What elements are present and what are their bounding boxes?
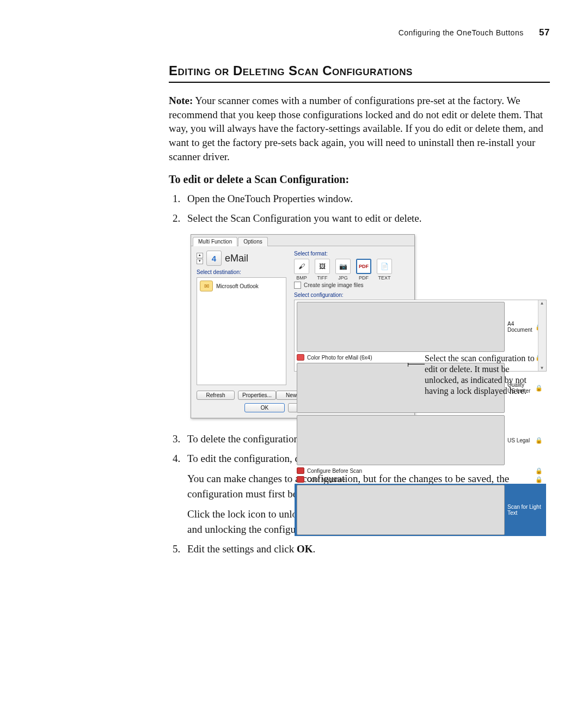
scroll-down-icon[interactable]: ▼ [540,366,544,370]
format-icons: 🖌BMP 🖼TIFF 📷JPG PDFPDF 📄TEXT [294,259,547,281]
scroll-up-icon[interactable]: ▲ [540,301,544,306]
button-selector-row: ▴ ▾ 4 eMail [197,251,286,266]
section-title: Editing or Deleting Scan Configurations [169,63,550,78]
cfg-color-magazine[interactable]: Color Magazine🔒 [295,475,546,484]
chevron-up-icon[interactable]: ▴ [197,253,203,258]
cfg-configure-before-scan[interactable]: Configure Before Scan🔒 [295,466,546,475]
format-tiff[interactable]: 🖼TIFF [315,259,330,281]
callout-leader [408,364,425,364]
button-number-icon: 4 [206,251,222,266]
onetouch-dialog: Multi Function Options ▴ ▾ 4 eMail [191,234,415,418]
destination-list[interactable]: ✉ Microsoft Outlook [197,277,286,385]
cfg-label-text: Color Magazine [307,477,345,483]
checkbox-icon[interactable] [294,282,301,289]
lock-icon: 🔒 [535,437,543,443]
cfg-label-text: Configure Before Scan [307,468,362,474]
dialog-body: ▴ ▾ 4 eMail Select destination: ✉ Micros… [191,246,414,418]
note-lead: Note: [169,95,193,106]
page-icon [297,415,505,465]
select-configuration-label: Select configuration: [294,292,547,298]
picture-icon: 🖼 [315,259,330,274]
pdf-icon: PDF [356,259,371,274]
select-destination-label: Select destination: [197,269,286,275]
cfg-label-text: US Legal [507,437,530,443]
procedure-title: To edit or delete a Scan Configuration: [169,173,550,186]
page-number: 57 [539,27,550,38]
cfg-a4-document[interactable]: A4 Document🔒 [295,301,546,353]
screenshot: Multi Function Options ▴ ▾ 4 eMail [191,234,539,418]
lock-icon: 🔒 [535,468,543,474]
destination-item-label: Microsoft Outlook [216,283,259,289]
cfg-label-text: Scan for Light Text [507,504,543,516]
lock-icon: 🔒 [535,477,543,483]
dialog-tabs: Multi Function Options [191,235,414,246]
callout-text: Select the scan configuration to edit or… [425,353,539,397]
cfg-label-text: Color Photo for eMail (6x4) [307,355,372,361]
paint-icon: 🖌 [294,259,309,274]
note-text: Your scanner comes with a number of conf… [169,95,543,162]
steps-list-a: Open the OneTouch Properties window. Sel… [169,191,550,226]
camera-icon: 📷 [335,259,351,274]
create-single-label: Create single image files [304,282,364,288]
step-5-bold: OK [297,543,313,555]
format-bmp-label: BMP [296,275,307,281]
running-title: Configuring the OneTouch Buttons [399,28,524,37]
step-2: Select the Scan Configuration you want t… [183,211,550,226]
chevron-down-icon[interactable]: ▾ [197,259,203,264]
step-1-text: Open the OneTouch Properties window. [187,193,353,204]
format-pdf-label: PDF [359,275,369,281]
format-pdf[interactable]: PDFPDF [356,259,371,281]
section-rule [169,82,550,83]
cfg-us-legal[interactable]: US Legal🔒 [295,414,546,466]
button-title: eMail [225,253,248,264]
left-button-row: Refresh Properties... [197,391,276,400]
page-icon [297,485,505,535]
ok-button[interactable]: OK [244,403,285,412]
format-jpg[interactable]: 📷JPG [335,259,351,281]
running-header: Configuring the OneTouch Buttons 57 [169,27,550,38]
format-text-label: TEXT [378,275,390,281]
button-stepper[interactable]: ▴ ▾ [197,253,203,264]
photo-icon [297,354,304,361]
step-1: Open the OneTouch Properties window. [183,191,550,206]
outlook-icon: ✉ [200,281,213,291]
gear-icon [297,467,304,474]
page: Configuring the OneTouch Buttons 57 Edit… [0,0,588,587]
step-5-post: . [313,543,316,555]
destination-item-outlook[interactable]: ✉ Microsoft Outlook [199,279,284,293]
page-icon [297,302,505,352]
create-single-row[interactable]: Create single image files [294,282,547,289]
step-2-text: Select the Scan Configuration you want t… [187,212,422,224]
photo-icon [297,476,304,483]
cfg-scan-for-light-text[interactable]: Scan for Light Text [295,484,546,536]
text-icon: 📄 [377,259,392,274]
properties-button[interactable]: Properties... [238,391,276,400]
format-bmp[interactable]: 🖌BMP [294,259,309,281]
format-jpg-label: JPG [338,275,348,281]
left-column: ▴ ▾ 4 eMail Select destination: ✉ Micros… [197,251,286,385]
note-paragraph: Note: Your scanner comes with a number o… [169,94,550,163]
tab-multi-function[interactable]: Multi Function [193,237,237,246]
format-tiff-label: TIFF [317,275,328,281]
select-format-label: Select format: [294,251,547,257]
cfg-label-text: A4 Document [507,321,532,333]
format-text[interactable]: 📄TEXT [377,259,392,281]
refresh-button[interactable]: Refresh [197,391,235,400]
step-5: Edit the settings and click OK. [183,541,550,557]
step-5-pre: Edit the settings and click [187,543,297,555]
tab-options[interactable]: Options [238,237,267,246]
button-number: 4 [212,254,216,263]
